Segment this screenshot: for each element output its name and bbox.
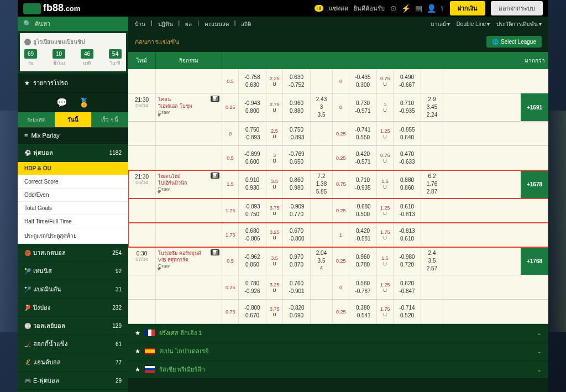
tab-today[interactable]: วันนี้	[55, 112, 92, 127]
sport-tennis[interactable]: 🎾เทนนิส92	[18, 262, 128, 280]
odds-value[interactable]: 0.730-0.971	[349, 93, 377, 121]
league-france[interactable]: ★ฝรั่งเศส ลีกเอิง 1⌄	[128, 324, 548, 342]
ou-value[interactable]: 3.5U	[266, 247, 283, 275]
ou-value[interactable]: 1.25U	[377, 198, 394, 222]
hdp-value[interactable]: 0.5	[222, 69, 239, 93]
odds-1x2[interactable]	[311, 122, 333, 145]
odds-value[interactable]: -0.6990.600	[239, 146, 266, 170]
ou-value[interactable]: 2.75U	[266, 93, 283, 121]
ou-value[interactable]: 1U	[377, 93, 394, 121]
odds-value[interactable]: -0.8550.640	[394, 122, 421, 145]
hdp-value[interactable]: 0.25	[333, 122, 349, 145]
market-htft[interactable]: Half Time/Full Time	[18, 215, 128, 228]
search-box[interactable]: 🔍	[18, 17, 128, 31]
odds-value[interactable]: 0.420-0.571	[349, 146, 377, 170]
ou-value[interactable]: 1.5U	[377, 247, 394, 275]
ou-value[interactable]: 3.75U	[266, 300, 283, 323]
odds-1x2[interactable]	[421, 122, 443, 145]
more-markets-button[interactable]	[521, 69, 548, 93]
sport-volleyball[interactable]: 🏐วอลเลย์บอล129	[18, 317, 128, 335]
league-russia[interactable]: ★รัสเซีย พรีเมียร์ลีก⌄	[128, 360, 548, 379]
sport-efootball[interactable]: 🎮E-ฟุตบอล29	[18, 372, 128, 390]
odds-1x2[interactable]	[421, 275, 443, 299]
odds-1x2[interactable]: 2.4333.5	[311, 93, 333, 121]
match-event[interactable]	[156, 300, 222, 323]
live-chat-link[interactable]: แชทสด	[329, 3, 348, 13]
odds-value[interactable]: -0.8000.670	[239, 300, 266, 323]
odds-value[interactable]: 0.470-0.633	[394, 146, 421, 170]
ou-value[interactable]: 2.5U	[266, 122, 283, 145]
sport-ebasketball[interactable]: 🎮E-บาสเกตบอล3	[18, 390, 128, 392]
odds-1x2[interactable]	[311, 69, 333, 93]
odds-1x2[interactable]: 2.93.452.24	[421, 93, 443, 121]
odds-value[interactable]: 0.710-0.935	[394, 93, 421, 121]
odds-1x2[interactable]: 2.43.52.57	[421, 247, 443, 275]
sport-ice-hockey[interactable]: 🏒ฮอกกี้น้ำแข็ง61	[18, 335, 128, 353]
odds-value[interactable]: 0.620-0.847	[394, 275, 421, 299]
odds-value[interactable]: 0.8800.860	[394, 170, 421, 198]
odds-1x2[interactable]	[421, 69, 443, 93]
hdp-value[interactable]: 0.25	[333, 146, 349, 170]
promo-menu[interactable]: ★รายการโปรด	[18, 74, 128, 93]
ou-value[interactable]: 3.5U	[266, 170, 283, 198]
match-event[interactable]: โบรุสเซีย ดอร์ทมุนด์VfB สตุ๊ตการ์ตDraw ★…	[156, 247, 222, 275]
league-spain[interactable]: ★สเปน โกปาเดลเรย์⌄	[128, 342, 548, 360]
more-markets-button[interactable]	[521, 198, 548, 222]
hdp-value[interactable]: 0.5	[222, 146, 239, 170]
odds-value[interactable]: -0.9090.770	[283, 198, 311, 222]
ou-value[interactable]: 1.75U	[377, 223, 394, 247]
market-hdp-ou[interactable]: HDP & OU	[18, 162, 128, 175]
sport-football[interactable]: ⚽ฟุตบอล1182	[18, 144, 128, 162]
hdp-value[interactable]: 0.25	[222, 93, 239, 121]
odds-value[interactable]: 0.780-0.926	[239, 275, 266, 299]
slip-icon[interactable]: ▤	[415, 4, 422, 13]
odds-value[interactable]: 0.710-0.935	[349, 170, 377, 198]
bolt-icon[interactable]: ⚡	[401, 4, 411, 13]
odds-value[interactable]: -0.9430.800	[239, 93, 266, 121]
select-league-button[interactable]: 🌐Select League	[486, 36, 542, 48]
sport-handball[interactable]: 🤾แฮนด์บอล77	[18, 353, 128, 372]
odds-format-select[interactable]: มาเลย์ ▾	[431, 20, 450, 28]
ou-value[interactable]: 1.75U	[377, 300, 394, 323]
odds-value[interactable]: 0.9600.780	[349, 247, 377, 275]
hdp-value[interactable]: 0	[333, 93, 349, 121]
sport-pingpong[interactable]: 🏓ปิงปอง232	[18, 299, 128, 317]
odds-value[interactable]: -0.8930.750	[239, 198, 266, 222]
odds-value[interactable]: 0.630-0.752	[283, 69, 311, 93]
more-markets-button[interactable]	[521, 122, 548, 145]
odds-value[interactable]: 0.580-0.787	[349, 275, 377, 299]
hdp-value[interactable]: 0.25	[333, 300, 349, 323]
odds-value[interactable]: -0.7140.520	[394, 300, 421, 323]
nav-calendar[interactable]: ปฏิทิน	[158, 20, 173, 28]
more-markets-button[interactable]	[521, 146, 548, 170]
odds-value[interactable]: -0.7580.630	[239, 69, 266, 93]
odds-value[interactable]: -0.9620.850	[239, 247, 266, 275]
hdp-value[interactable]: 0.75	[333, 170, 349, 198]
sport-badminton[interactable]: 🏸แบดมินตัน31	[18, 280, 128, 299]
nav-home[interactable]: บ้าน	[135, 20, 145, 28]
ou-value[interactable]: 3U	[266, 146, 283, 170]
mix-parlay[interactable]: ≡Mix Parlay	[18, 128, 128, 144]
odds-1x2[interactable]	[311, 198, 333, 222]
ou-value[interactable]: 3.75U	[266, 198, 283, 222]
odds-value[interactable]: -0.7410.550	[349, 122, 377, 145]
odds-value[interactable]: 0.750-0.893	[283, 122, 311, 145]
odds-value[interactable]: 0.380-0.541	[349, 300, 377, 323]
market-fglg[interactable]: ประตูแรก/ประตูสุดท้าย	[18, 228, 128, 244]
tab-results[interactable]: ระยะสด	[18, 112, 55, 127]
match-event[interactable]: โคลนวีเอฟแอล โบชุมDraw ★ 📊	[156, 93, 222, 121]
odds-value[interactable]: -0.8130.610	[394, 223, 421, 247]
hdp-value[interactable]: 0	[333, 69, 349, 93]
odds-value[interactable]: 0.750-0.893	[239, 122, 266, 145]
match-event[interactable]	[156, 198, 222, 222]
match-event[interactable]	[156, 146, 222, 170]
odds-1x2[interactable]	[311, 223, 333, 247]
odds-value[interactable]: 0.8600.980	[283, 170, 311, 198]
match-event[interactable]	[156, 223, 222, 247]
sport-basketball[interactable]: 🏀บาสเกตบอล254	[18, 244, 128, 262]
odds-value[interactable]: -0.4350.300	[349, 69, 377, 93]
hdp-value[interactable]: 0	[222, 122, 239, 145]
hdp-value[interactable]: 0.75	[222, 300, 239, 323]
market-correct-score[interactable]: Correct Score	[18, 175, 128, 189]
hdp-value[interactable]: 1.5	[222, 170, 239, 198]
